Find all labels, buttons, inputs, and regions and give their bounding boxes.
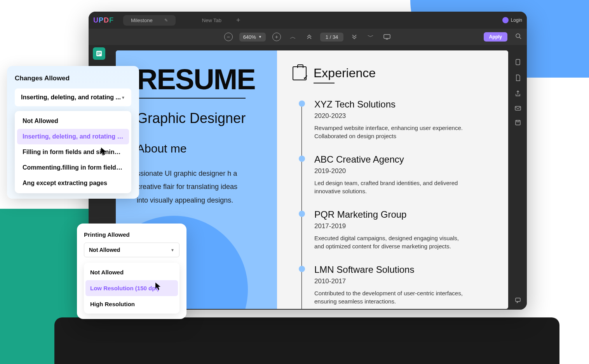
timeline-dot bbox=[299, 211, 305, 217]
logo-letter-f: F bbox=[109, 16, 114, 24]
chevron-down-icon: ▼ bbox=[121, 95, 125, 100]
laptop-base bbox=[54, 317, 559, 364]
apply-label: Apply bbox=[489, 34, 502, 40]
experience-heading: Experience bbox=[314, 66, 376, 80]
experience-header: Experience bbox=[293, 66, 497, 80]
chevron-down-icon: ▼ bbox=[171, 248, 174, 252]
about-text: ssionate UI graphic designer h a creativ… bbox=[137, 167, 246, 207]
company-years: 2020-2023 bbox=[314, 112, 497, 120]
company-name: XYZ Tech Solutions bbox=[314, 99, 497, 110]
timeline-item: PQR Marketing Group 2017-2019 Executed d… bbox=[299, 209, 497, 264]
timeline-dot bbox=[299, 266, 305, 272]
zoom-level-select[interactable]: 640% ▼ bbox=[239, 33, 266, 42]
app-logo: UPDF bbox=[93, 16, 114, 24]
logo-letter-u: U bbox=[93, 16, 99, 24]
share-icon[interactable] bbox=[515, 90, 521, 99]
svg-rect-4 bbox=[97, 53, 101, 54]
login-label: Login bbox=[511, 17, 522, 23]
resume-title: RESUME bbox=[137, 66, 265, 93]
file-icon[interactable] bbox=[515, 75, 521, 83]
changes-allowed-select[interactable]: Inserting, deleting, and rotating ... ▼ bbox=[15, 88, 131, 106]
tab-milestone[interactable]: Milestone ✎ bbox=[123, 15, 176, 26]
titlebar: UPDF Milestone ✎ New Tab + Login bbox=[89, 12, 527, 29]
experience-underline bbox=[314, 83, 335, 83]
about-heading: About me bbox=[137, 142, 265, 155]
svg-rect-8 bbox=[516, 59, 520, 65]
job-title: Graphic Designer bbox=[137, 110, 265, 127]
timeline-dot bbox=[299, 156, 305, 162]
printing-dropdown: Not Allowed Low Resolution (150 dpi) Hig… bbox=[84, 263, 179, 314]
company-years: 2010-2017 bbox=[314, 277, 497, 285]
tab-new[interactable]: New Tab bbox=[202, 17, 221, 23]
login-button[interactable]: Login bbox=[502, 17, 522, 23]
add-tab-button[interactable]: + bbox=[236, 16, 240, 24]
title-underline bbox=[137, 98, 246, 99]
logo-letter-d: D bbox=[104, 16, 109, 24]
pencil-icon[interactable]: ✎ bbox=[164, 18, 168, 23]
search-icon[interactable] bbox=[515, 33, 521, 41]
apply-button[interactable]: Apply bbox=[484, 32, 507, 42]
svg-rect-9 bbox=[515, 106, 521, 110]
company-years: 2017-2019 bbox=[314, 222, 497, 230]
timeline-item: ABC Creative Agency 2019-2020 Led design… bbox=[299, 154, 497, 209]
resume-right-column: Experience XYZ Tech Solutions 2020-2023 … bbox=[277, 50, 508, 309]
company-desc: Revamped website interface, enhancing us… bbox=[314, 124, 470, 140]
logo-letter-p: P bbox=[99, 16, 104, 24]
bookmark-icon[interactable] bbox=[515, 59, 521, 68]
popup-title: Changes Allowed bbox=[15, 75, 131, 82]
dropdown-option-low-res[interactable]: Low Resolution (150 dpi) bbox=[85, 280, 178, 296]
zoom-out-button[interactable]: − bbox=[223, 31, 234, 42]
first-page-button[interactable] bbox=[304, 31, 315, 42]
company-name: PQR Marketing Group bbox=[314, 209, 497, 220]
dropdown-option-inserting[interactable]: Inserting, deleting, and rotating pages bbox=[17, 129, 129, 144]
company-desc: Executed digital campaigns, designed eng… bbox=[314, 234, 470, 250]
prev-page-button[interactable]: ︿ bbox=[288, 31, 298, 42]
right-sidebar bbox=[509, 45, 527, 310]
next-page-button[interactable]: ﹀ bbox=[365, 31, 376, 42]
tab-label: Milestone bbox=[131, 17, 153, 23]
company-name: LMN Software Solutions bbox=[314, 264, 497, 275]
dropdown-option-high-res[interactable]: High Resolution bbox=[85, 296, 178, 312]
zoom-in-button[interactable]: + bbox=[271, 31, 282, 42]
changes-allowed-popup: Changes Allowed Inserting, deleting, and… bbox=[7, 66, 139, 199]
page-indicator[interactable]: 1 / 34 bbox=[320, 33, 344, 42]
dropdown-option-commenting[interactable]: Commenting.filling in form fields, and..… bbox=[17, 160, 129, 175]
company-desc: Led design team, crafted brand identitie… bbox=[314, 179, 470, 195]
toolbar: − 640% ▼ + ︿ 1 / 34 ﹀ Apply bbox=[89, 29, 527, 45]
printing-allowed-popup: Printing Allowed Not Allowed ▼ Not Allow… bbox=[77, 224, 186, 319]
svg-point-1 bbox=[516, 34, 520, 38]
svg-rect-10 bbox=[516, 120, 520, 125]
company-desc: Contributed to the development of user-c… bbox=[314, 289, 470, 305]
svg-rect-5 bbox=[97, 54, 99, 55]
last-page-button[interactable] bbox=[349, 31, 360, 42]
comment-icon[interactable] bbox=[515, 297, 521, 305]
timeline-item: LMN Software Solutions 2010-2017 Contrib… bbox=[299, 264, 497, 309]
dropdown-option-filling[interactable]: Filling in form fields and signing exist… bbox=[17, 144, 129, 160]
changes-dropdown: Not Allowed Inserting, deleting, and rot… bbox=[15, 111, 131, 193]
page-value: 1 / 34 bbox=[326, 34, 338, 40]
printing-allowed-select[interactable]: Not Allowed ▼ bbox=[84, 243, 179, 257]
clipboard-icon bbox=[293, 66, 307, 80]
svg-rect-0 bbox=[384, 35, 390, 38]
experience-timeline: XYZ Tech Solutions 2020-2023 Revamped we… bbox=[299, 99, 497, 309]
select-value: Not Allowed bbox=[89, 247, 120, 253]
timeline-item: XYZ Tech Solutions 2020-2023 Revamped we… bbox=[299, 99, 497, 154]
dropdown-option-not-allowed[interactable]: Not Allowed bbox=[85, 264, 178, 280]
timeline-dot bbox=[299, 101, 305, 107]
select-value: Inserting, deleting, and rotating ... bbox=[21, 94, 121, 101]
save-icon[interactable] bbox=[515, 120, 521, 127]
company-years: 2019-2020 bbox=[314, 167, 497, 175]
dropdown-option-not-allowed[interactable]: Not Allowed bbox=[17, 113, 129, 129]
company-name: ABC Creative Agency bbox=[314, 154, 497, 165]
avatar-icon bbox=[502, 17, 509, 23]
mail-icon[interactable] bbox=[515, 106, 521, 113]
svg-rect-3 bbox=[97, 52, 101, 53]
dropdown-option-any-except[interactable]: Ang except extracting pages bbox=[17, 175, 129, 191]
sidebar-reader-button[interactable] bbox=[93, 47, 105, 60]
svg-rect-11 bbox=[516, 298, 520, 302]
chevron-down-icon: ▼ bbox=[258, 35, 262, 39]
presentation-button[interactable] bbox=[382, 31, 392, 42]
zoom-value: 640% bbox=[243, 34, 256, 40]
popup-title: Printing Allowed bbox=[84, 231, 179, 238]
